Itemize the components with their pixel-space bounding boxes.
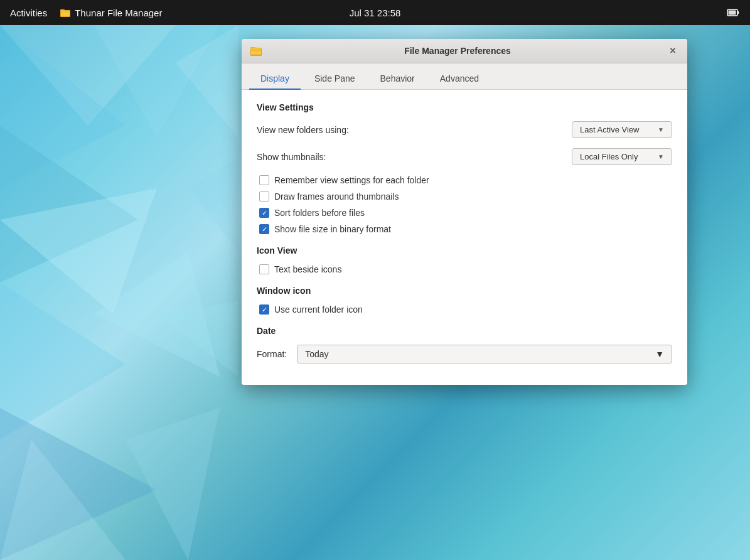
view-new-folders-row: View new folders using: Last Active View… — [257, 121, 672, 138]
window-icon-section: Window icon ✓ Use current folder icon — [257, 286, 672, 315]
draw-frames-label[interactable]: Draw frames around thumbnails — [274, 191, 399, 202]
dialog-app-icon — [249, 44, 263, 58]
text-beside-icons-checkbox[interactable] — [259, 264, 269, 274]
svg-rect-22 — [251, 48, 261, 55]
tab-behavior[interactable]: Behavior — [369, 68, 426, 90]
sort-folders-row: ✓ Sort folders before files — [259, 208, 672, 218]
app-menu[interactable]: Thunar File Manager — [60, 7, 162, 18]
svg-marker-11 — [188, 157, 238, 251]
svg-rect-18 — [737, 11, 739, 14]
close-button[interactable]: × — [666, 44, 680, 58]
battery-icon — [726, 6, 740, 19]
use-current-folder-icon-label[interactable]: Use current folder icon — [274, 304, 363, 315]
activities-button[interactable]: Activities — [10, 8, 47, 18]
remember-view-row: Remember view settings for each folder — [259, 175, 672, 185]
show-thumbnails-dropdown[interactable]: Local Files Only ▼ — [572, 148, 672, 165]
sort-folders-label[interactable]: Sort folders before files — [274, 208, 365, 218]
show-thumbnails-label: Show thumbnails: — [257, 152, 326, 162]
tab-advanced[interactable]: Advanced — [429, 68, 490, 90]
dialog-content: View Settings View new folders using: La… — [242, 90, 687, 385]
clock: Jul 31 23:58 — [350, 8, 401, 18]
dropdown-arrow-view: ▼ — [658, 126, 664, 133]
icon-view-section: Icon View Text beside icons — [257, 245, 672, 274]
dropdown-arrow-thumbnails: ▼ — [658, 153, 664, 160]
preferences-dialog: File Manager Preferences × Display Side … — [242, 39, 687, 385]
use-current-folder-icon-checkbox[interactable]: ✓ — [259, 304, 269, 315]
date-format-label: Format: — [257, 349, 287, 359]
use-current-folder-icon-row: ✓ Use current folder icon — [259, 304, 672, 315]
app-name-label: Thunar File Manager — [75, 8, 162, 18]
file-size-binary-row: ✓ Show file size in binary format — [259, 224, 672, 234]
view-new-folders-dropdown[interactable]: Last Active View ▼ — [572, 121, 672, 138]
view-settings-section: View Settings View new folders using: La… — [257, 102, 672, 234]
sort-folders-checkbox[interactable]: ✓ — [259, 208, 269, 218]
date-title: Date — [257, 326, 672, 336]
text-beside-icons-row: Text beside icons — [259, 264, 672, 274]
view-new-folders-value: Last Active View — [580, 125, 639, 134]
show-thumbnails-row: Show thumbnails: Local Files Only ▼ — [257, 148, 672, 165]
view-settings-title: View Settings — [257, 102, 672, 112]
svg-rect-15 — [61, 11, 70, 16]
view-new-folders-label: View new folders using: — [257, 125, 349, 135]
dialog-titlebar: File Manager Preferences × — [242, 39, 687, 63]
topbar-right — [726, 6, 740, 19]
thunar-icon — [60, 7, 71, 18]
remember-view-label[interactable]: Remember view settings for each folder — [274, 175, 429, 185]
tab-side-pane[interactable]: Side Pane — [303, 68, 367, 90]
svg-rect-19 — [728, 11, 736, 15]
date-format-value: Today — [305, 349, 328, 359]
topbar: Activities Thunar File Manager Jul 31 23… — [0, 0, 750, 25]
remember-view-checkbox[interactable] — [259, 175, 269, 185]
draw-frames-row: Draw frames around thumbnails — [259, 191, 672, 202]
date-format-dropdown[interactable]: Today ▼ — [297, 345, 672, 363]
text-beside-icons-label[interactable]: Text beside icons — [274, 264, 341, 274]
tab-display[interactable]: Display — [249, 68, 301, 90]
tabs-container: Display Side Pane Behavior Advanced — [242, 63, 687, 90]
date-format-row: Format: Today ▼ — [257, 345, 672, 363]
draw-frames-checkbox[interactable] — [259, 191, 269, 202]
dialog-title: File Manager Preferences — [268, 46, 647, 56]
window-icon-title: Window icon — [257, 286, 672, 296]
date-section: Date Format: Today ▼ — [257, 326, 672, 363]
file-size-binary-label[interactable]: Show file size in binary format — [274, 224, 391, 234]
dropdown-arrow-date: ▼ — [655, 349, 664, 359]
file-size-binary-checkbox[interactable]: ✓ — [259, 224, 269, 234]
show-thumbnails-value: Local Files Only — [580, 152, 638, 161]
icon-view-title: Icon View — [257, 245, 672, 256]
